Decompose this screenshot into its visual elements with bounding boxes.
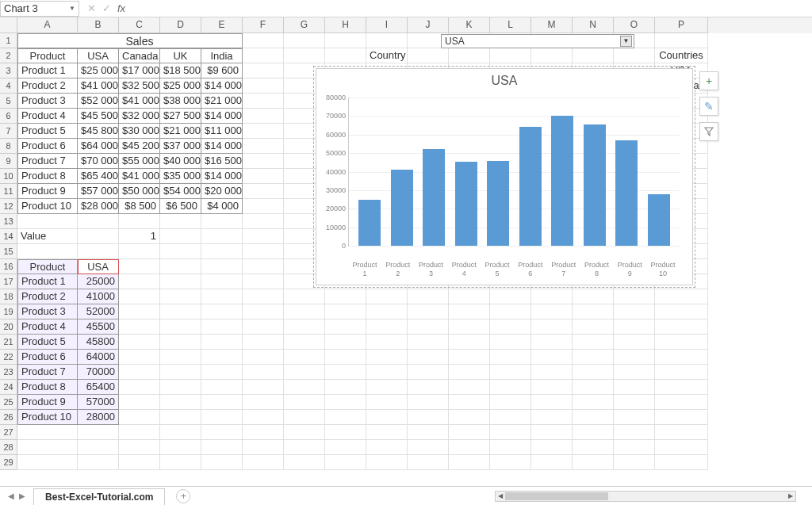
cell-D19[interactable] [160, 304, 201, 319]
cell-K19[interactable] [449, 304, 490, 319]
cell-L23[interactable] [490, 365, 531, 380]
cell-J2[interactable] [408, 48, 449, 63]
cell-F25[interactable] [243, 395, 284, 410]
col-header-G[interactable]: G [284, 17, 325, 33]
cell-O18[interactable] [614, 289, 655, 304]
horizontal-scrollbar[interactable]: ◀ ▶ [495, 491, 796, 502]
cell-L29[interactable] [490, 455, 531, 470]
row-header[interactable]: 21 [0, 335, 17, 350]
cell-N22[interactable] [573, 350, 614, 365]
cell-N26[interactable] [573, 410, 614, 425]
cell-H18[interactable] [325, 289, 366, 304]
cell-L25[interactable] [490, 395, 531, 410]
cell-E19[interactable] [201, 304, 243, 319]
cell-F13[interactable] [243, 214, 284, 229]
cell-A6[interactable]: Product 4 [17, 109, 78, 124]
cell-F24[interactable] [243, 380, 284, 395]
cell-A27[interactable] [17, 425, 78, 440]
cell-G19[interactable] [284, 304, 325, 319]
cell-B17[interactable]: 25000 [78, 274, 119, 289]
cell-L2[interactable] [490, 48, 531, 63]
cell-G20[interactable] [284, 319, 325, 335]
cell-E3[interactable]: $9 600 [201, 63, 243, 78]
cell-A22[interactable]: Product 6 [17, 350, 78, 365]
col-header-E[interactable]: E [201, 17, 243, 33]
row-header[interactable]: 24 [0, 380, 17, 395]
cell-A2[interactable]: Product [17, 48, 78, 63]
cell-H24[interactable] [325, 380, 366, 395]
cell-E18[interactable] [201, 289, 243, 304]
cell-E26[interactable] [201, 410, 243, 425]
cell-A11[interactable]: Product 9 [17, 184, 78, 199]
cell-B2[interactable]: USA [78, 48, 119, 63]
cell-M21[interactable] [531, 335, 573, 350]
cell-N18[interactable] [573, 289, 614, 304]
cell-B26[interactable]: 28000 [78, 410, 119, 425]
cell-F21[interactable] [243, 335, 284, 350]
cell-D4[interactable]: $25 000 [160, 78, 201, 94]
chart-title[interactable]: USA [316, 69, 692, 91]
cell-C27[interactable] [119, 425, 160, 440]
cell-D16[interactable] [160, 259, 201, 274]
scroll-right-icon[interactable]: ▶ [786, 492, 795, 501]
cell-L22[interactable] [490, 350, 531, 365]
cell-K22[interactable] [449, 350, 490, 365]
cell-G21[interactable] [284, 335, 325, 350]
bar-7[interactable] [584, 124, 606, 246]
cell-N28[interactable] [573, 440, 614, 455]
col-header-D[interactable]: D [160, 17, 201, 33]
cell-I1[interactable] [366, 33, 408, 48]
cell-F5[interactable] [243, 94, 284, 109]
cell-E25[interactable] [201, 395, 243, 410]
cell-G29[interactable] [284, 455, 325, 470]
cell-C29[interactable] [119, 455, 160, 470]
row-header[interactable]: 13 [0, 214, 17, 229]
cell-B24[interactable]: 65400 [78, 380, 119, 395]
cell-I21[interactable] [366, 335, 408, 350]
cell-J22[interactable] [408, 350, 449, 365]
cell-M26[interactable] [531, 410, 573, 425]
cell-E23[interactable] [201, 365, 243, 380]
cell-E11[interactable]: $20 000 [201, 184, 243, 199]
cell-A13[interactable] [17, 214, 78, 229]
cell-E24[interactable] [201, 380, 243, 395]
cell-B19[interactable]: 52000 [78, 304, 119, 319]
cell-C10[interactable]: $41 000 [119, 169, 160, 184]
cell-D11[interactable]: $54 000 [160, 184, 201, 199]
cell-I26[interactable] [366, 410, 408, 425]
cell-M20[interactable] [531, 319, 573, 335]
cell-B27[interactable] [78, 425, 119, 440]
cell-H25[interactable] [325, 395, 366, 410]
cell-E7[interactable]: $11 000 [201, 124, 243, 139]
cell-H28[interactable] [325, 440, 366, 455]
cell-D22[interactable] [160, 350, 201, 365]
col-header-J[interactable]: J [408, 17, 449, 33]
col-header-M[interactable]: M [531, 17, 573, 33]
cell-C16[interactable] [119, 259, 160, 274]
cell-D7[interactable]: $21 000 [160, 124, 201, 139]
cell-J21[interactable] [408, 335, 449, 350]
cell-D17[interactable] [160, 274, 201, 289]
scroll-left-icon[interactable]: ◀ [496, 492, 505, 501]
cell-C11[interactable]: $50 000 [119, 184, 160, 199]
cell-J25[interactable] [408, 395, 449, 410]
cell-E29[interactable] [201, 455, 243, 470]
cell-H2[interactable] [325, 48, 366, 63]
bar-5[interactable] [519, 127, 542, 246]
cell-O2[interactable] [614, 48, 655, 63]
cell-A7[interactable]: Product 5 [17, 124, 78, 139]
cell-F14[interactable] [243, 229, 284, 244]
fx-icon[interactable]: fx [117, 2, 125, 14]
cell-I28[interactable] [366, 440, 408, 455]
cell-C25[interactable] [119, 395, 160, 410]
cell-F20[interactable] [243, 319, 284, 335]
cell-E28[interactable] [201, 440, 243, 455]
cell-D10[interactable]: $35 000 [160, 169, 201, 184]
row-header[interactable]: 23 [0, 365, 17, 380]
cell-H29[interactable] [325, 455, 366, 470]
col-header-H[interactable]: H [325, 17, 366, 33]
cell-K20[interactable] [449, 319, 490, 335]
cell-A9[interactable]: Product 7 [17, 154, 78, 169]
cell-P27[interactable] [655, 425, 708, 440]
bar-0[interactable] [358, 200, 381, 246]
